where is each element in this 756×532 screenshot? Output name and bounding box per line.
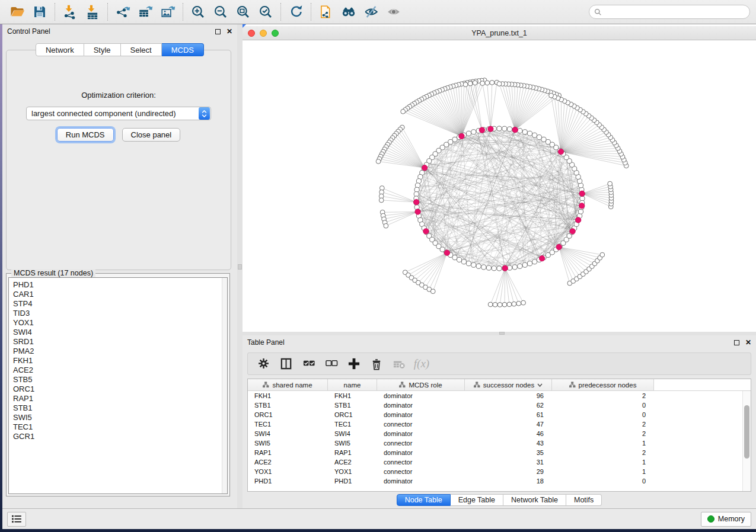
cell-name[interactable]: ACE2 [328, 459, 377, 466]
graph-node[interactable] [527, 261, 532, 266]
mcds-result-item[interactable]: CAR1 [13, 290, 227, 299]
graph-node[interactable] [471, 262, 476, 267]
cell-successor-nodes[interactable]: 46 [465, 430, 552, 437]
graph-dominator-node[interactable] [575, 217, 580, 223]
graph-dominator-node[interactable] [579, 203, 585, 209]
graph-dominator-node[interactable] [488, 126, 493, 132]
cell-predecessor-nodes[interactable]: 0 [552, 411, 654, 418]
mcds-result-item[interactable]: FKH1 [13, 356, 227, 366]
table-row[interactable]: TEC1TEC1connector472 [248, 419, 751, 429]
cell-MCDS-role[interactable]: dominator [377, 392, 465, 399]
tab-network[interactable]: Network [36, 43, 84, 56]
mcds-result-item[interactable]: SWI4 [13, 328, 227, 337]
tab-style[interactable]: Style [84, 43, 121, 56]
cell-shared-name[interactable]: TEC1 [248, 421, 328, 428]
vertical-splitter[interactable] [237, 24, 243, 508]
table-row[interactable]: ACE2ACE2connector311 [248, 457, 751, 467]
cell-name[interactable]: TEC1 [328, 421, 377, 428]
graph-node[interactable] [481, 265, 486, 270]
search-box[interactable] [589, 5, 750, 19]
graph-node[interactable] [430, 289, 435, 294]
cell-name[interactable]: SWI5 [328, 440, 377, 447]
mcds-result-item[interactable]: PMA2 [13, 347, 227, 356]
table-row[interactable]: ORC1ORC1dominator610 [248, 410, 751, 419]
mcds-result-item[interactable]: SRD1 [13, 337, 227, 347]
import-network-button[interactable] [59, 2, 81, 22]
scrollbar-thumb[interactable] [744, 405, 749, 459]
mcds-result-item[interactable]: SWI5 [13, 413, 227, 422]
cell-predecessor-nodes[interactable]: 1 [552, 459, 654, 466]
cell-MCDS-role[interactable]: connector [377, 468, 465, 475]
close-panel-button[interactable]: Close panel [122, 128, 181, 142]
export-image-button[interactable] [157, 2, 179, 22]
mcds-result-item[interactable]: RAP1 [13, 394, 227, 403]
cell-MCDS-role[interactable]: dominator [377, 449, 465, 456]
deselect-all-button[interactable] [321, 355, 342, 373]
cell-successor-nodes[interactable]: 43 [465, 440, 552, 447]
mcds-result-item[interactable]: TEC1 [13, 422, 227, 432]
cell-successor-nodes[interactable]: 29 [465, 468, 552, 475]
cell-shared-name[interactable]: YOX1 [248, 468, 328, 475]
graph-dominator-node[interactable] [579, 191, 585, 196]
cell-name[interactable]: ORC1 [328, 411, 377, 418]
cell-predecessor-nodes[interactable]: 0 [552, 477, 654, 485]
cell-predecessor-nodes[interactable]: 2 [552, 430, 654, 437]
close-panel-icon[interactable]: ✕ [745, 339, 751, 346]
cell-shared-name[interactable]: ACE2 [248, 459, 328, 466]
graph-node[interactable] [549, 93, 554, 98]
graph-node[interactable] [466, 131, 471, 136]
graph-node[interactable] [537, 134, 541, 139]
graph-node[interactable] [401, 109, 406, 114]
graph-dominator-node[interactable] [570, 229, 575, 234]
graph-node[interactable] [415, 183, 420, 188]
column-header-shared-name[interactable]: shared name [248, 379, 328, 390]
graph-node[interactable] [466, 261, 471, 266]
graph-node[interactable] [497, 126, 502, 131]
graph-node[interactable] [497, 266, 502, 271]
cell-name[interactable]: PHD1 [328, 477, 377, 485]
column-header-name[interactable]: name [328, 379, 377, 390]
table-row[interactable]: PHD1PHD1dominator180 [248, 476, 751, 486]
cell-successor-nodes[interactable]: 96 [465, 392, 552, 399]
first-neighbors-button[interactable] [337, 2, 360, 22]
table-settings-button[interactable] [254, 355, 274, 373]
mcds-result-item[interactable]: YOX1 [13, 318, 227, 328]
new-network-from-selection-button[interactable] [315, 2, 337, 22]
save-session-button[interactable] [28, 2, 51, 22]
cell-successor-nodes[interactable]: 35 [465, 449, 552, 456]
table-row[interactable]: SWI4SWI4dominator462 [248, 429, 751, 438]
optimization-criterion-select[interactable]: largest connected component (undirected) [26, 107, 211, 120]
graph-dominator-node[interactable] [512, 127, 518, 132]
graph-node[interactable] [502, 302, 507, 307]
cell-predecessor-nodes[interactable]: 2 [552, 392, 654, 399]
cell-MCDS-role[interactable]: dominator [377, 477, 465, 485]
cell-name[interactable]: YOX1 [328, 468, 377, 475]
cell-predecessor-nodes[interactable]: 1 [552, 440, 654, 447]
splitter-grip[interactable] [238, 264, 242, 270]
mcds-result-item[interactable]: ORC1 [13, 384, 227, 394]
network-graph[interactable] [243, 40, 756, 332]
zoom-selected-button[interactable] [254, 2, 277, 22]
table-row[interactable]: RAP1RAP1dominator352 [248, 448, 751, 457]
column-visibility-button[interactable] [276, 355, 296, 373]
graph-dominator-node[interactable] [413, 199, 419, 204]
cell-MCDS-role[interactable]: connector [377, 459, 465, 466]
graph-node[interactable] [376, 159, 381, 164]
new-column-button[interactable] [344, 355, 364, 373]
graph-dominator-node[interactable] [422, 165, 427, 171]
graph-node[interactable] [497, 302, 502, 307]
graph-node[interactable] [507, 127, 512, 132]
graph-node[interactable] [384, 223, 388, 228]
task-history-button[interactable] [7, 512, 26, 527]
graph-node[interactable] [488, 302, 493, 307]
graph-dominator-node[interactable] [423, 229, 429, 234]
graph-node[interactable] [457, 257, 461, 262]
graph-dominator-node[interactable] [556, 244, 562, 249]
mcds-result-item[interactable]: GCR1 [13, 432, 227, 441]
mcds-result-list[interactable]: PHD1CAR1STP4TID3YOX1SWI4SRD1PMA2FKH1ACE2… [8, 277, 228, 494]
delete-column-button[interactable] [366, 355, 387, 373]
cell-successor-nodes[interactable]: 47 [465, 421, 552, 428]
graph-dominator-node[interactable] [539, 255, 544, 261]
graph-node[interactable] [490, 80, 495, 85]
graph-node[interactable] [518, 264, 522, 268]
